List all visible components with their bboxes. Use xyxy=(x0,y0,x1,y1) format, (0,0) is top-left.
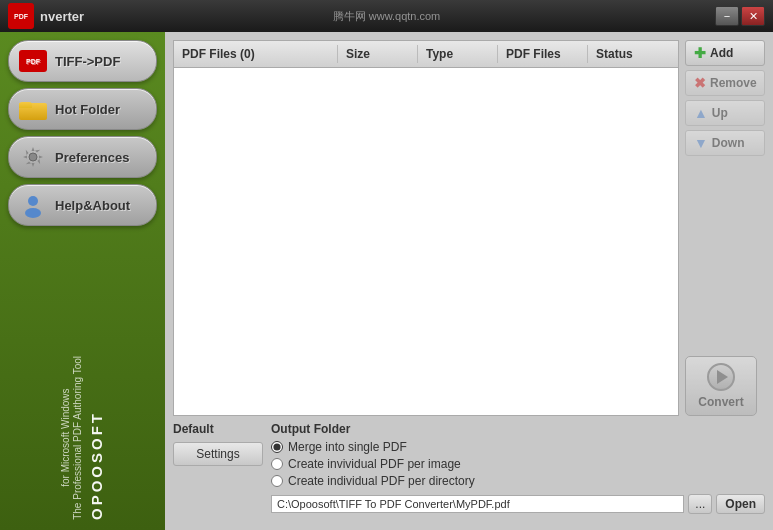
bottom-area: Default Settings Output Folder Merge int… xyxy=(173,422,765,522)
right-panel: ✚ Add ✖ Remove ▲ Up ▼ Down xyxy=(685,40,765,416)
file-table: PDF Files (0) Size Type PDF Files Status xyxy=(173,40,679,416)
add-button[interactable]: ✚ Add xyxy=(685,40,765,66)
watermark-text: 腾牛网 www.qqtn.com xyxy=(333,9,441,24)
output-section: Output Folder Merge into single PDF Crea… xyxy=(271,422,765,514)
radio-merge[interactable]: Merge into single PDF xyxy=(271,440,765,454)
convert-button[interactable]: Convert xyxy=(685,356,757,416)
path-input[interactable] xyxy=(271,495,684,513)
sidebar-item-hot-folder-label: Hot Folder xyxy=(55,102,120,117)
col-status: Status xyxy=(588,45,678,63)
down-icon: ▼ xyxy=(694,135,708,151)
svg-point-0 xyxy=(29,153,37,161)
convert-play-icon xyxy=(707,363,735,391)
sidebar-item-help-about-label: Help&About xyxy=(55,198,130,213)
radio-per-image[interactable]: Create invividual PDF per image xyxy=(271,457,765,471)
col-pdf-files: PDF Files xyxy=(498,45,588,63)
radio-group: Merge into single PDF Create invividual … xyxy=(271,440,765,488)
table-section: PDF Files (0) Size Type PDF Files Status… xyxy=(173,40,765,416)
svg-point-1 xyxy=(28,196,38,206)
content-area: PDF Files (0) Size Type PDF Files Status… xyxy=(165,32,773,530)
sidebar: PDF TIFF->PDF Hot Folder xyxy=(0,32,165,530)
col-size: Size xyxy=(338,45,418,63)
table-body[interactable] xyxy=(174,68,678,415)
up-button[interactable]: ▲ Up xyxy=(685,100,765,126)
radio-per-dir[interactable]: Create individual PDF per directory xyxy=(271,474,765,488)
sidebar-item-help-about[interactable]: Help&About xyxy=(8,184,157,226)
play-triangle xyxy=(717,370,728,384)
title-bar: PDF nverter 腾牛网 www.qqtn.com − ✕ xyxy=(0,0,773,32)
sidebar-item-tiff-pdf[interactable]: PDF TIFF->PDF xyxy=(8,40,157,82)
up-icon: ▲ xyxy=(694,105,708,121)
col-type: Type xyxy=(418,45,498,63)
main-layout: PDF TIFF->PDF Hot Folder xyxy=(0,32,773,530)
svg-point-2 xyxy=(25,208,41,218)
sidebar-item-hot-folder[interactable]: Hot Folder xyxy=(8,88,157,130)
default-section: Default Settings xyxy=(173,422,263,466)
down-button[interactable]: ▼ Down xyxy=(685,130,765,156)
spacer xyxy=(685,160,765,352)
sidebar-item-preferences-label: Preferences xyxy=(55,150,129,165)
col-files: PDF Files (0) xyxy=(174,45,338,63)
open-button[interactable]: Open xyxy=(716,494,765,514)
brand-tagline: The Professional PDF Authoring Toolfor M… xyxy=(60,356,84,520)
default-label: Default xyxy=(173,422,263,436)
gear-icon xyxy=(19,143,47,171)
brand-name: OPOOSOFT xyxy=(88,411,105,520)
table-header: PDF Files (0) Size Type PDF Files Status xyxy=(174,41,678,68)
remove-icon: ✖ xyxy=(694,75,706,91)
folder-icon xyxy=(19,95,47,123)
remove-button[interactable]: ✖ Remove xyxy=(685,70,765,96)
output-folder-label: Output Folder xyxy=(271,422,765,436)
settings-button[interactable]: Settings xyxy=(173,442,263,466)
path-row: ... Open xyxy=(271,494,765,514)
add-icon: ✚ xyxy=(694,45,706,61)
person-icon xyxy=(19,191,47,219)
brand-area: The Professional PDF Authoring Toolfor M… xyxy=(0,356,165,520)
sidebar-item-preferences[interactable]: Preferences xyxy=(8,136,157,178)
tiff-icon: PDF xyxy=(19,47,47,75)
watermark-bar: 腾牛网 www.qqtn.com xyxy=(0,0,773,32)
browse-button[interactable]: ... xyxy=(688,494,712,514)
sidebar-item-tiff-pdf-label: TIFF->PDF xyxy=(55,54,120,69)
